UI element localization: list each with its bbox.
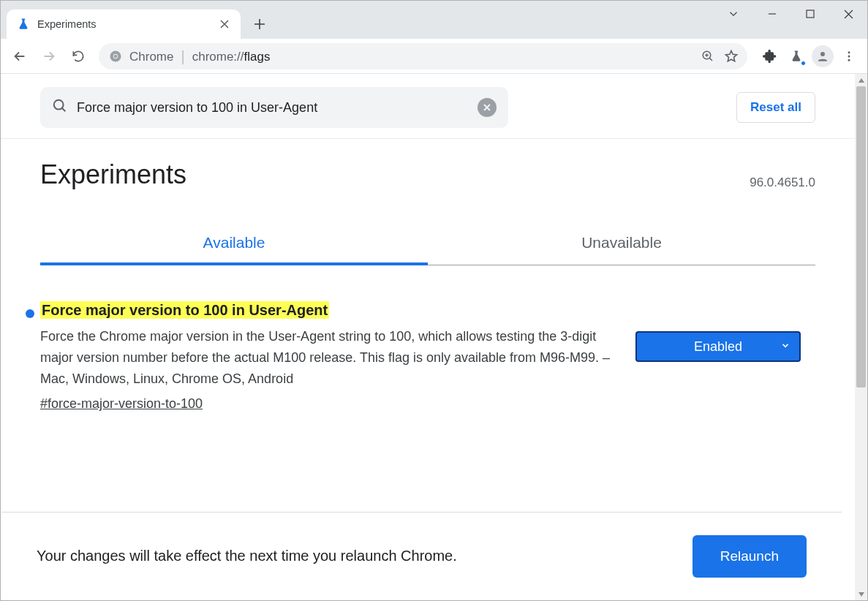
kebab-menu-icon[interactable] (837, 44, 861, 69)
scroll-track[interactable] (855, 86, 867, 588)
scroll-thumb[interactable] (856, 86, 866, 388)
zoom-icon[interactable] (696, 45, 720, 68)
reset-all-button[interactable]: Reset all (736, 92, 815, 123)
url-path: flags (244, 50, 271, 64)
window-titlebar: Experiments (1, 1, 867, 39)
url-separator: | (181, 48, 184, 65)
window-close-button[interactable] (829, 1, 867, 27)
scroll-down-icon[interactable] (855, 588, 867, 600)
extensions-icon[interactable] (758, 44, 782, 69)
vertical-scrollbar[interactable] (855, 74, 867, 600)
clear-search-icon[interactable] (478, 98, 497, 117)
flask-icon (17, 18, 30, 31)
flag-title: Force major version to 100 in User-Agent (40, 301, 329, 319)
window-maximize-button[interactable] (791, 1, 829, 27)
tab-available[interactable]: Available (40, 224, 428, 265)
url-text: Chrome | chrome://flags (129, 48, 270, 64)
chrome-icon (109, 50, 122, 63)
chevron-down-icon (780, 339, 790, 355)
back-button[interactable] (7, 43, 33, 69)
browser-tab[interactable]: Experiments (7, 10, 241, 39)
flag-item: Force major version to 100 in User-Agent… (1, 265, 855, 426)
reload-button[interactable] (65, 43, 91, 69)
window-minimize-button[interactable] (753, 1, 791, 27)
flag-modified-dot-icon (26, 309, 34, 318)
relaunch-message: Your changes will take effect the next t… (37, 548, 692, 564)
chevron-down-icon[interactable] (717, 1, 750, 27)
flag-description: Force the Chrome major version in the Us… (40, 326, 614, 389)
svg-point-8 (848, 58, 850, 61)
new-tab-button[interactable] (248, 12, 271, 36)
svg-point-5 (820, 52, 825, 56)
browser-toolbar: Chrome | chrome://flags (1, 39, 867, 74)
relaunch-bar: Your changes will take effect the next t… (1, 512, 842, 600)
flag-search-box[interactable] (40, 87, 508, 128)
labs-icon[interactable] (784, 44, 809, 69)
version-text: 96.0.4651.0 (750, 175, 815, 190)
svg-point-7 (848, 55, 850, 57)
profile-avatar[interactable] (810, 44, 835, 69)
url-scheme: chrome:// (192, 50, 244, 64)
search-icon (52, 98, 68, 117)
svg-rect-0 (807, 10, 814, 18)
bookmark-star-icon[interactable] (720, 45, 743, 68)
scroll-up-icon[interactable] (855, 74, 867, 86)
page-content: Reset all Experiments 96.0.4651.0 Availa… (1, 74, 855, 600)
svg-point-3 (114, 54, 118, 58)
address-bar[interactable]: Chrome | chrome://flags (99, 43, 747, 69)
close-tab-icon[interactable] (217, 17, 232, 31)
flag-state-value: Enabled (694, 339, 742, 355)
flag-anchor-link[interactable]: #force-major-version-to-100 (40, 396, 203, 412)
tab-title: Experiments (37, 18, 217, 30)
flag-search-input[interactable] (77, 100, 478, 116)
flag-state-select[interactable]: Enabled (635, 331, 801, 362)
svg-point-9 (54, 100, 64, 110)
svg-point-6 (848, 51, 850, 53)
page-title: Experiments (40, 159, 186, 190)
forward-button[interactable] (36, 43, 62, 69)
tab-unavailable[interactable]: Unavailable (428, 224, 815, 265)
url-label: Chrome (129, 50, 173, 64)
relaunch-button[interactable]: Relaunch (692, 535, 807, 578)
